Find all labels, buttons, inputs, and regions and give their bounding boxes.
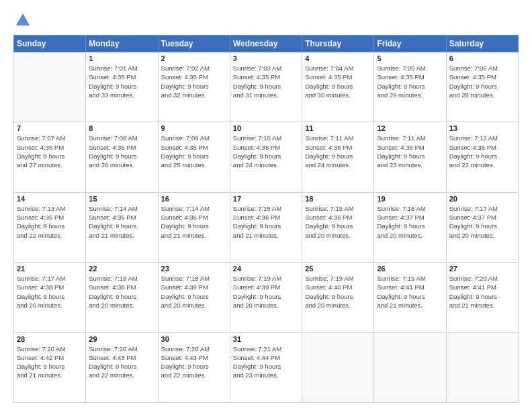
calendar-cell: 28Sunrise: 7:20 AM Sunset: 4:42 PM Dayli… bbox=[14, 332, 86, 402]
day-number: 23 bbox=[161, 265, 227, 273]
calendar-cell: 31Sunrise: 7:21 AM Sunset: 4:44 PM Dayli… bbox=[230, 332, 302, 402]
calendar-cell bbox=[14, 52, 86, 122]
day-info: Sunrise: 7:19 AM Sunset: 4:41 PM Dayligh… bbox=[377, 274, 443, 310]
calendar-table: SundayMondayTuesdayWednesdayThursdayFrid… bbox=[13, 35, 519, 403]
day-number: 26 bbox=[377, 265, 443, 273]
day-number: 18 bbox=[305, 195, 371, 203]
calendar-cell: 14Sunrise: 7:13 AM Sunset: 4:35 PM Dayli… bbox=[14, 192, 86, 262]
day-number: 19 bbox=[377, 195, 443, 203]
day-info: Sunrise: 7:06 AM Sunset: 4:35 PM Dayligh… bbox=[449, 64, 515, 99]
day-info: Sunrise: 7:20 AM Sunset: 4:41 PM Dayligh… bbox=[449, 274, 515, 310]
day-number: 21 bbox=[17, 265, 83, 273]
calendar-cell: 12Sunrise: 7:11 AM Sunset: 4:35 PM Dayli… bbox=[374, 122, 446, 192]
calendar-cell: 30Sunrise: 7:20 AM Sunset: 4:43 PM Dayli… bbox=[158, 332, 230, 402]
calendar-header-sunday: Sunday bbox=[14, 36, 86, 52]
calendar-cell: 17Sunrise: 7:15 AM Sunset: 4:36 PM Dayli… bbox=[230, 192, 302, 262]
calendar-cell: 5Sunrise: 7:05 AM Sunset: 4:35 PM Daylig… bbox=[374, 52, 446, 122]
day-number: 5 bbox=[377, 54, 443, 62]
calendar-cell: 15Sunrise: 7:14 AM Sunset: 4:35 PM Dayli… bbox=[86, 192, 158, 262]
calendar-header-monday: Monday bbox=[86, 36, 158, 52]
calendar-cell: 23Sunrise: 7:18 AM Sunset: 4:39 PM Dayli… bbox=[158, 263, 230, 332]
day-info: Sunrise: 7:04 AM Sunset: 4:35 PM Dayligh… bbox=[305, 64, 371, 99]
calendar-cell: 19Sunrise: 7:16 AM Sunset: 4:37 PM Dayli… bbox=[374, 192, 446, 262]
calendar-cell: 27Sunrise: 7:20 AM Sunset: 4:41 PM Dayli… bbox=[446, 263, 518, 332]
calendar-cell: 13Sunrise: 7:12 AM Sunset: 4:35 PM Dayli… bbox=[446, 122, 518, 192]
day-number: 1 bbox=[89, 54, 154, 62]
day-number: 22 bbox=[89, 265, 154, 273]
calendar-cell: 29Sunrise: 7:20 AM Sunset: 4:43 PM Dayli… bbox=[86, 332, 158, 402]
day-number: 17 bbox=[233, 195, 299, 203]
day-number: 13 bbox=[449, 124, 515, 132]
day-number: 7 bbox=[17, 124, 83, 132]
logo-icon bbox=[13, 11, 32, 30]
day-number: 14 bbox=[17, 195, 83, 203]
day-number: 16 bbox=[161, 195, 227, 203]
calendar-cell: 20Sunrise: 7:17 AM Sunset: 4:37 PM Dayli… bbox=[446, 192, 518, 262]
day-info: Sunrise: 7:20 AM Sunset: 4:43 PM Dayligh… bbox=[161, 345, 227, 380]
day-info: Sunrise: 7:17 AM Sunset: 4:38 PM Dayligh… bbox=[17, 274, 83, 310]
calendar-cell: 18Sunrise: 7:15 AM Sunset: 4:36 PM Dayli… bbox=[302, 192, 374, 262]
day-info: Sunrise: 7:14 AM Sunset: 4:35 PM Dayligh… bbox=[89, 204, 154, 240]
day-info: Sunrise: 7:12 AM Sunset: 4:35 PM Dayligh… bbox=[449, 134, 515, 169]
day-number: 28 bbox=[17, 335, 83, 343]
calendar-header-wednesday: Wednesday bbox=[230, 36, 302, 52]
day-number: 3 bbox=[233, 54, 299, 62]
calendar-cell: 11Sunrise: 7:11 AM Sunset: 4:35 PM Dayli… bbox=[302, 122, 374, 192]
calendar-header-thursday: Thursday bbox=[302, 36, 374, 52]
calendar-cell: 8Sunrise: 7:08 AM Sunset: 4:35 PM Daylig… bbox=[86, 122, 158, 192]
calendar-cell: 22Sunrise: 7:18 AM Sunset: 4:38 PM Dayli… bbox=[86, 263, 158, 332]
calendar-cell: 16Sunrise: 7:14 AM Sunset: 4:36 PM Dayli… bbox=[158, 192, 230, 262]
day-info: Sunrise: 7:18 AM Sunset: 4:38 PM Dayligh… bbox=[89, 274, 154, 310]
calendar-header-friday: Friday bbox=[374, 36, 446, 52]
day-number: 6 bbox=[449, 54, 515, 62]
calendar-cell bbox=[374, 332, 446, 402]
day-info: Sunrise: 7:20 AM Sunset: 4:42 PM Dayligh… bbox=[17, 345, 83, 380]
calendar-header-row: SundayMondayTuesdayWednesdayThursdayFrid… bbox=[14, 36, 519, 52]
header bbox=[13, 11, 519, 30]
calendar-cell bbox=[446, 332, 518, 402]
day-info: Sunrise: 7:09 AM Sunset: 4:35 PM Dayligh… bbox=[161, 134, 227, 169]
calendar-week-4: 21Sunrise: 7:17 AM Sunset: 4:38 PM Dayli… bbox=[14, 263, 519, 332]
calendar-header-saturday: Saturday bbox=[446, 36, 518, 52]
day-number: 24 bbox=[233, 265, 299, 273]
calendar-week-5: 28Sunrise: 7:20 AM Sunset: 4:42 PM Dayli… bbox=[14, 332, 519, 402]
logo bbox=[13, 11, 35, 30]
day-number: 11 bbox=[305, 124, 371, 132]
day-info: Sunrise: 7:01 AM Sunset: 4:35 PM Dayligh… bbox=[89, 64, 154, 99]
day-number: 20 bbox=[449, 195, 515, 203]
calendar-cell: 6Sunrise: 7:06 AM Sunset: 4:35 PM Daylig… bbox=[446, 52, 518, 122]
calendar-header-tuesday: Tuesday bbox=[158, 36, 230, 52]
calendar-cell: 2Sunrise: 7:02 AM Sunset: 4:35 PM Daylig… bbox=[158, 52, 230, 122]
calendar-cell: 24Sunrise: 7:19 AM Sunset: 4:39 PM Dayli… bbox=[230, 263, 302, 332]
calendar-cell: 7Sunrise: 7:07 AM Sunset: 4:35 PM Daylig… bbox=[14, 122, 86, 192]
calendar-cell: 10Sunrise: 7:10 AM Sunset: 4:35 PM Dayli… bbox=[230, 122, 302, 192]
calendar-cell: 4Sunrise: 7:04 AM Sunset: 4:35 PM Daylig… bbox=[302, 52, 374, 122]
day-number: 9 bbox=[161, 124, 227, 132]
calendar-cell: 21Sunrise: 7:17 AM Sunset: 4:38 PM Dayli… bbox=[14, 263, 86, 332]
day-number: 27 bbox=[449, 265, 515, 273]
calendar-cell: 25Sunrise: 7:19 AM Sunset: 4:40 PM Dayli… bbox=[302, 263, 374, 332]
day-info: Sunrise: 7:18 AM Sunset: 4:39 PM Dayligh… bbox=[161, 274, 227, 310]
day-info: Sunrise: 7:19 AM Sunset: 4:40 PM Dayligh… bbox=[305, 274, 371, 310]
day-number: 31 bbox=[233, 335, 299, 343]
day-info: Sunrise: 7:13 AM Sunset: 4:35 PM Dayligh… bbox=[17, 204, 83, 240]
calendar-cell: 1Sunrise: 7:01 AM Sunset: 4:35 PM Daylig… bbox=[86, 52, 158, 122]
day-number: 29 bbox=[89, 335, 154, 343]
day-info: Sunrise: 7:15 AM Sunset: 4:36 PM Dayligh… bbox=[305, 204, 371, 240]
day-info: Sunrise: 7:19 AM Sunset: 4:39 PM Dayligh… bbox=[233, 274, 299, 310]
day-info: Sunrise: 7:07 AM Sunset: 4:35 PM Dayligh… bbox=[17, 134, 83, 169]
day-number: 25 bbox=[305, 265, 371, 273]
calendar-week-1: 1Sunrise: 7:01 AM Sunset: 4:35 PM Daylig… bbox=[14, 52, 519, 122]
day-info: Sunrise: 7:16 AM Sunset: 4:37 PM Dayligh… bbox=[377, 204, 443, 240]
day-info: Sunrise: 7:10 AM Sunset: 4:35 PM Dayligh… bbox=[233, 134, 299, 169]
day-info: Sunrise: 7:14 AM Sunset: 4:36 PM Dayligh… bbox=[161, 204, 227, 240]
day-number: 8 bbox=[89, 124, 154, 132]
day-info: Sunrise: 7:03 AM Sunset: 4:35 PM Dayligh… bbox=[233, 64, 299, 99]
day-number: 12 bbox=[377, 124, 443, 132]
day-number: 15 bbox=[89, 195, 154, 203]
calendar-cell: 9Sunrise: 7:09 AM Sunset: 4:35 PM Daylig… bbox=[158, 122, 230, 192]
page: SundayMondayTuesdayWednesdayThursdayFrid… bbox=[0, 0, 532, 411]
day-number: 2 bbox=[161, 54, 227, 62]
day-info: Sunrise: 7:17 AM Sunset: 4:37 PM Dayligh… bbox=[449, 204, 515, 240]
day-number: 4 bbox=[305, 54, 371, 62]
